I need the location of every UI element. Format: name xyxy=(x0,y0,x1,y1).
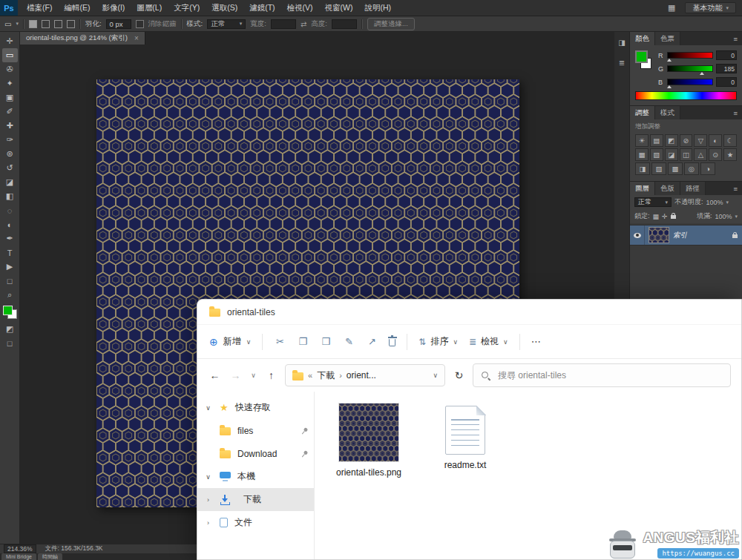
green-value[interactable]: 185 xyxy=(716,64,737,73)
fill-value[interactable]: 100% xyxy=(715,213,732,220)
menu-view[interactable]: 檢視(V) xyxy=(281,0,319,16)
color-spectrum-bar[interactable] xyxy=(635,91,737,100)
adjustment-icon[interactable]: ⊙ xyxy=(709,148,722,161)
search-input[interactable] xyxy=(496,369,723,381)
rect-marquee-tool[interactable]: ▭ xyxy=(2,48,18,62)
quick-mask-icon[interactable]: ◩ xyxy=(2,322,18,336)
clone-stamp-tool[interactable]: ⊛ xyxy=(2,147,18,161)
sidebar-item-downloads[interactable]: › 下載 xyxy=(197,488,314,511)
collapsed-panel-icon[interactable]: ◨ xyxy=(618,39,625,47)
green-slider[interactable] xyxy=(667,65,713,72)
crop-tool[interactable]: ▣ xyxy=(2,90,18,105)
cut-icon[interactable]: ✂ xyxy=(274,336,286,347)
breadcrumb-downloads[interactable]: 下載 xyxy=(317,369,335,382)
up-button[interactable]: ↑ xyxy=(264,369,278,381)
refresh-button[interactable]: ↻ xyxy=(452,369,466,381)
blend-mode-select[interactable]: 正常 ▾ xyxy=(634,197,672,207)
forward-button[interactable]: → xyxy=(229,369,243,381)
opacity-value[interactable]: 100% xyxy=(706,199,723,206)
dodge-tool[interactable]: ◐ xyxy=(2,217,18,231)
selection-add-icon[interactable] xyxy=(42,20,50,28)
sort-button[interactable]: ⇅ 排序 ∨ xyxy=(418,335,458,348)
adjustment-icon[interactable]: ◑ xyxy=(700,162,715,175)
blue-value[interactable]: 0 xyxy=(716,77,737,87)
adjustment-icon[interactable]: ▤ xyxy=(650,134,663,147)
width-input[interactable] xyxy=(271,19,296,29)
eraser-tool[interactable]: ◪ xyxy=(2,175,18,189)
panel-menu-icon[interactable]: ≡ xyxy=(729,106,742,119)
selection-subtract-icon[interactable] xyxy=(54,20,62,28)
panel-color-swatches[interactable] xyxy=(635,50,653,70)
menu-window[interactable]: 視窗(W) xyxy=(319,0,359,16)
tab-styles[interactable]: 樣式 xyxy=(655,106,680,119)
move-tool[interactable]: ✛ xyxy=(2,34,18,48)
selection-intersect-icon[interactable] xyxy=(67,20,75,28)
expand-chevron-icon[interactable]: ∨ xyxy=(203,473,213,481)
tab-adjustments[interactable]: 調整 xyxy=(630,106,655,119)
tab-color[interactable]: 顏色 xyxy=(630,32,655,45)
menu-type[interactable]: 文字(Y) xyxy=(168,0,206,16)
style-select[interactable]: 正常 ▾ xyxy=(207,19,246,29)
expand-chevron-icon[interactable]: ∨ xyxy=(203,404,213,412)
type-tool[interactable]: T xyxy=(2,246,18,260)
view-button[interactable]: ≣ 檢視 ∨ xyxy=(469,335,508,348)
breadcrumb-current[interactable]: orient... xyxy=(347,370,376,381)
watermark-url[interactable]: https://wuangus.cc xyxy=(657,548,739,559)
lock-transparency-icon[interactable]: ▦ xyxy=(653,213,660,220)
adjustment-icon[interactable]: ▨ xyxy=(651,162,666,175)
eyedropper-tool[interactable]: ✐ xyxy=(2,105,18,119)
menu-select[interactable]: 選取(S) xyxy=(206,0,243,16)
adjustment-icon[interactable]: ☀ xyxy=(635,134,649,147)
adjustment-icon[interactable]: △ xyxy=(694,148,707,161)
quick-selection-tool[interactable]: ✦ xyxy=(2,76,18,90)
adjustment-icon[interactable]: ▧ xyxy=(650,148,663,161)
adjustment-icon[interactable]: ▽ xyxy=(694,134,707,147)
adjustment-icon[interactable]: ◐ xyxy=(709,134,722,147)
adjustment-icon[interactable]: ⊘ xyxy=(680,134,693,147)
tab-timeline[interactable]: 時間軸 xyxy=(38,553,62,560)
lock-position-icon[interactable]: ✛ xyxy=(662,213,668,220)
sidebar-item-quick-access[interactable]: ∨ ★ 快速存取 xyxy=(197,396,314,419)
search-box[interactable] xyxy=(473,363,731,387)
new-button[interactable]: ⊕ 新增 ∨ xyxy=(209,335,251,348)
brush-tool[interactable]: ✑ xyxy=(2,133,18,147)
foreground-color-swatch[interactable] xyxy=(635,50,648,63)
menu-file[interactable]: 檔案(F) xyxy=(21,0,58,16)
menu-help[interactable]: 說明(H) xyxy=(359,0,398,16)
explorer-title-bar[interactable]: oriental-tiles xyxy=(197,300,741,324)
foreground-color-swatch[interactable] xyxy=(3,306,13,315)
sidebar-item-download-folder[interactable]: Download xyxy=(197,442,314,465)
panel-menu-icon[interactable]: ≡ xyxy=(729,182,742,195)
zoom-level[interactable]: 214.36% xyxy=(4,544,36,553)
expand-chevron-icon[interactable]: › xyxy=(203,496,213,504)
layer-row[interactable]: 索引 xyxy=(630,225,742,246)
share-icon[interactable]: ↗ xyxy=(366,336,378,347)
adjustment-icon[interactable]: ◩ xyxy=(665,134,678,147)
adjustment-icon[interactable]: ◨ xyxy=(635,162,650,175)
refine-edge-button[interactable]: 調整邊緣... xyxy=(367,18,415,30)
menu-edit[interactable]: 編輯(E) xyxy=(58,0,96,16)
path-selection-tool[interactable]: ▶ xyxy=(2,260,18,274)
shape-tool[interactable]: □ xyxy=(2,274,18,288)
file-item-txt[interactable]: readme.txt xyxy=(430,403,500,471)
adjustment-icon[interactable]: ▦ xyxy=(635,148,649,161)
spot-healing-tool[interactable]: ✚ xyxy=(2,119,18,133)
menu-filter[interactable]: 濾鏡(T) xyxy=(243,0,280,16)
address-dropdown-chevron[interactable]: ∨ xyxy=(433,372,438,379)
more-options-button[interactable]: ⋯ xyxy=(531,336,541,347)
history-brush-tool[interactable]: ↺ xyxy=(2,161,18,175)
tab-mini-bridge[interactable]: Mini Bridge xyxy=(1,553,36,560)
sidebar-item-documents[interactable]: › 文件 xyxy=(197,511,314,534)
workspace-switcher[interactable]: 基本功能 ▾ xyxy=(685,2,736,13)
selection-new-icon[interactable] xyxy=(29,20,37,28)
feather-input[interactable]: 0 px xyxy=(106,19,131,29)
sidebar-item-files[interactable]: files xyxy=(197,419,314,442)
visibility-eye-icon[interactable] xyxy=(634,233,641,238)
swap-dimensions-icon[interactable]: ⇄ xyxy=(301,20,306,28)
pen-tool[interactable]: ✒ xyxy=(2,231,18,246)
zoom-tool[interactable]: ⌕ xyxy=(2,288,18,302)
collapsed-panel-icon[interactable]: ≣ xyxy=(619,59,625,67)
blue-slider[interactable] xyxy=(667,79,713,85)
tab-swatches[interactable]: 色票 xyxy=(655,32,680,45)
red-value[interactable]: 0 xyxy=(716,50,737,60)
